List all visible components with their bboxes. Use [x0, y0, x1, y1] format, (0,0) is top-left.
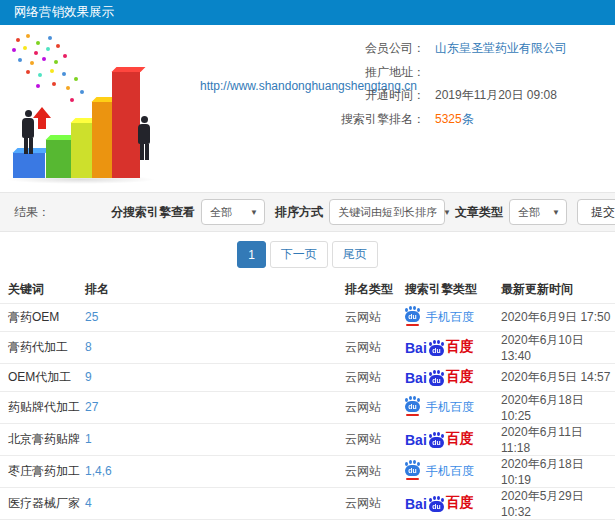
- bar-chart-illustration: [0, 30, 190, 188]
- engine-rank-unit: 条: [462, 112, 474, 126]
- baidu-name-text: 百度: [446, 338, 474, 356]
- sort-value: 关键词由短到长排序: [338, 205, 437, 220]
- caret-down-icon: ▼: [250, 208, 258, 217]
- table-header-row: 关键词 排名 排名类型 搜索引擎类型 最新更新时间: [0, 277, 615, 303]
- engine-rank-count: 5325: [435, 112, 462, 126]
- baidu-paw-icon: du: [429, 375, 444, 386]
- rank-link[interactable]: 25: [85, 310, 98, 324]
- baidu-bai-text: Bai: [405, 370, 427, 386]
- rank-cell: 9: [85, 363, 345, 391]
- sort-select[interactable]: 关键词由短到长排序 ▼: [329, 199, 445, 225]
- mobile-baidu-logo: du 手机百度: [405, 398, 474, 416]
- result-label: 结果：: [14, 204, 50, 221]
- mobile-baidu-logo: du 手机百度: [405, 462, 474, 480]
- table-body: 膏药OEM 25 云网站 du 手机百度 Baidu百度 2020年6月9日 1…: [0, 303, 615, 520]
- rank-cell: 1: [85, 423, 345, 455]
- article-type-value: 全部: [518, 205, 540, 220]
- engine-cell: du 手机百度 Baidu百度: [405, 455, 501, 487]
- sort-label: 排序方式: [275, 204, 323, 221]
- results-table: 关键词 排名 排名类型 搜索引擎类型 最新更新时间 膏药OEM 25 云网站 d…: [0, 277, 615, 520]
- keyword-cell: 枣庄膏药加工: [0, 455, 85, 487]
- mobile-baidu-label: 手机百度: [426, 399, 474, 416]
- rank-link[interactable]: 9: [85, 370, 92, 384]
- pagination: 1 下一页 尾页: [237, 241, 378, 268]
- submit-button[interactable]: 提交: [577, 199, 615, 225]
- red-underline: [406, 478, 419, 480]
- businessman-right-figure: [136, 116, 152, 160]
- table-row: OEM代加工 9 云网站 du 手机百度 Baidu百度 2020年6月5日 1…: [0, 363, 615, 391]
- baidu-paw-icon: du: [405, 401, 420, 416]
- engine-cell: du 手机百度 Baidu百度: [405, 363, 501, 391]
- keyword-cell: OEM代加工: [0, 363, 85, 391]
- updated-cell: 2020年6月11日 11:18: [501, 423, 615, 455]
- mobile-baidu-logo: du 手机百度: [405, 308, 474, 326]
- col-keyword: 关键词: [0, 277, 85, 303]
- rank-link[interactable]: 8: [85, 340, 92, 354]
- caret-down-icon: ▼: [552, 208, 560, 217]
- baidu-paw-icon: du: [429, 345, 444, 356]
- member-company-row: 会员公司：山东皇圣堂药业有限公司: [190, 38, 615, 62]
- rank-type-cell: 云网站: [345, 391, 405, 423]
- filter-controls: 分搜索引擎查看 全部 ▼ 排序方式 关键词由短到长排序 ▼ 文章类型 全部 ▼ …: [101, 199, 615, 225]
- updated-cell: 2020年6月5日 14:57: [501, 363, 615, 391]
- updated-cell: 2020年6月18日 10:25: [501, 391, 615, 423]
- search-engine-logo: du 手机百度 Baidu百度: [405, 398, 474, 416]
- search-engine-logo: du 手机百度 Baidu百度: [405, 368, 474, 386]
- last-page-button[interactable]: 尾页: [332, 241, 378, 268]
- search-engine-logo: du 手机百度 Baidu百度: [405, 462, 474, 480]
- search-engine-logo: du 手机百度 Baidu百度: [405, 308, 474, 326]
- mobile-baidu-label: 手机百度: [426, 309, 474, 326]
- rank-type-cell: 云网站: [345, 303, 405, 331]
- rank-link[interactable]: 4: [85, 496, 92, 510]
- search-engine-logo: du 手机百度 Baidu百度: [405, 338, 474, 356]
- baidu-paw-icon: du: [405, 465, 420, 480]
- member-info-list: 会员公司：山东皇圣堂药业有限公司 推广地址：http://www.shandon…: [190, 25, 615, 132]
- open-time-row: 开通时间：2019年11月20日 09:08: [190, 85, 615, 109]
- table-row: 膏药代加工 8 云网站 du 手机百度 Baidu百度 2020年6月10日 1…: [0, 331, 615, 363]
- keyword-cell: 膏药OEM: [0, 303, 85, 331]
- member-company-label: 会员公司：: [190, 41, 425, 55]
- rank-cell: 4: [85, 487, 345, 519]
- open-time-label: 开通时间：: [190, 88, 425, 102]
- table-row: 医疗器械厂家 4 云网站 du 手机百度 Baidu百度 2020年5月29日 …: [0, 487, 615, 519]
- page-header: 网络营销效果展示: [0, 0, 615, 25]
- red-underline: [406, 324, 419, 326]
- engine-cell: du 手机百度 Baidu百度: [405, 303, 501, 331]
- engine-cell: du 手机百度 Baidu百度: [405, 331, 501, 363]
- article-type-label: 文章类型: [455, 204, 503, 221]
- promo-url-row: 推广地址：http://www.shandonghuangshengtang.c…: [190, 62, 615, 86]
- search-engine-logo: du 手机百度 Baidu百度: [405, 430, 474, 448]
- keyword-cell: 膏药代加工: [0, 331, 85, 363]
- engine-filter-select[interactable]: 全部 ▼: [201, 199, 265, 225]
- next-page-button[interactable]: 下一页: [270, 241, 328, 268]
- baidu-logo: Baidu百度: [405, 494, 474, 512]
- baidu-paw-icon: du: [429, 437, 444, 448]
- engine-cell: du 手机百度 Baidu百度: [405, 391, 501, 423]
- engine-cell: du 手机百度 Baidu百度: [405, 423, 501, 455]
- rank-type-cell: 云网站: [345, 363, 405, 391]
- engine-filter-label: 分搜索引擎查看: [111, 204, 195, 221]
- member-info-section: 会员公司：山东皇圣堂药业有限公司 推广地址：http://www.shandon…: [0, 25, 615, 192]
- keyword-cell: 药贴牌代加工: [0, 391, 85, 423]
- engine-filter-value: 全部: [210, 205, 232, 220]
- table-row: 枣庄膏药加工 1,4,6 云网站 du 手机百度 Baidu百度 2020年6月…: [0, 455, 615, 487]
- rank-cell: 1,4,6: [85, 455, 345, 487]
- search-engine-logo: du 手机百度 Baidu百度: [405, 494, 474, 512]
- rank-type-cell: 云网站: [345, 487, 405, 519]
- rank-link[interactable]: 1: [85, 432, 92, 446]
- page-1-button[interactable]: 1: [237, 241, 266, 268]
- baidu-logo: Baidu百度: [405, 368, 474, 386]
- keyword-cell: 医疗器械厂家: [0, 487, 85, 519]
- promo-url-label: 推广地址：: [190, 65, 425, 79]
- member-company-link[interactable]: 山东皇圣堂药业有限公司: [435, 41, 567, 55]
- updated-cell: 2020年5月29日 10:32: [501, 487, 615, 519]
- table-row: 膏药OEM 25 云网站 du 手机百度 Baidu百度 2020年6月9日 1…: [0, 303, 615, 331]
- col-engine-type: 搜索引擎类型: [405, 277, 501, 303]
- rank-type-cell: 云网站: [345, 331, 405, 363]
- baidu-bai-text: Bai: [405, 340, 427, 356]
- rank-link[interactable]: 27: [85, 400, 98, 414]
- rank-link[interactable]: 1,4,6: [85, 464, 112, 478]
- article-type-select[interactable]: 全部 ▼: [509, 199, 567, 225]
- baidu-name-text: 百度: [446, 430, 474, 448]
- baidu-name-text: 百度: [446, 494, 474, 512]
